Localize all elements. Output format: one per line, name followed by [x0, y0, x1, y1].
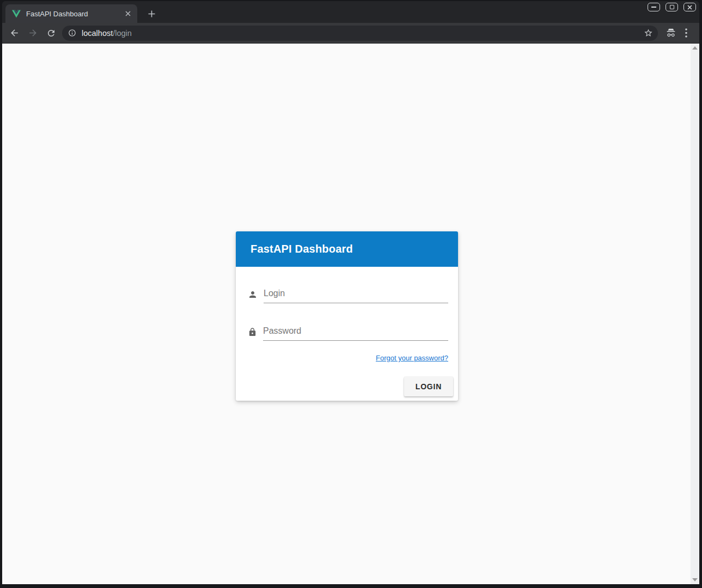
- vue-logo-icon: [12, 10, 21, 18]
- page-content: FastAPI Dashboard: [2, 44, 699, 584]
- login-field-row: [248, 286, 448, 303]
- browser-window: FastAPI Dashboard: [0, 0, 702, 588]
- tab-close-icon[interactable]: [123, 9, 133, 19]
- forgot-password-row: Forgot your password?: [248, 353, 448, 363]
- browser-titlebar: FastAPI Dashboard: [2, 1, 699, 23]
- close-button-icon[interactable]: [683, 3, 696, 11]
- reload-icon[interactable]: [44, 26, 59, 41]
- incognito-icon: [663, 26, 679, 41]
- kebab-menu-icon[interactable]: [679, 26, 694, 41]
- site-info-icon[interactable]: [68, 29, 76, 37]
- minimize-button-icon[interactable]: [648, 3, 660, 11]
- password-input[interactable]: [263, 324, 448, 341]
- page-scrollbar[interactable]: [691, 44, 699, 584]
- url-text[interactable]: localhost/login: [82, 29, 642, 38]
- forward-arrow-icon[interactable]: [25, 26, 40, 41]
- url-path: /login: [113, 29, 132, 38]
- window-controls: [648, 3, 696, 11]
- forgot-password-link[interactable]: Forgot your password?: [376, 354, 448, 362]
- browser-toolbar: localhost/login: [2, 23, 699, 44]
- login-card-body: Forgot your password? LOGIN: [236, 267, 458, 401]
- scrollbar-down-icon[interactable]: [692, 578, 698, 581]
- login-card-title: FastAPI Dashboard: [251, 243, 353, 255]
- star-icon[interactable]: [642, 27, 655, 40]
- url-host: localhost: [82, 29, 113, 38]
- password-field-row: [248, 324, 448, 341]
- maximize-button-icon[interactable]: [666, 3, 678, 11]
- lock-icon: [248, 327, 257, 337]
- login-card: FastAPI Dashboard: [236, 231, 458, 401]
- login-button[interactable]: LOGIN: [404, 377, 453, 396]
- login-input[interactable]: [264, 286, 448, 303]
- person-icon: [248, 290, 258, 299]
- card-actions: LOGIN: [248, 377, 453, 396]
- login-card-header: FastAPI Dashboard: [236, 231, 458, 267]
- back-arrow-icon[interactable]: [7, 26, 22, 41]
- scrollbar-up-icon[interactable]: [692, 46, 698, 50]
- browser-tab[interactable]: FastAPI Dashboard: [5, 4, 137, 23]
- tab-title: FastAPI Dashboard: [26, 10, 123, 18]
- address-bar[interactable]: localhost/login: [62, 26, 658, 41]
- new-tab-button[interactable]: [145, 7, 158, 20]
